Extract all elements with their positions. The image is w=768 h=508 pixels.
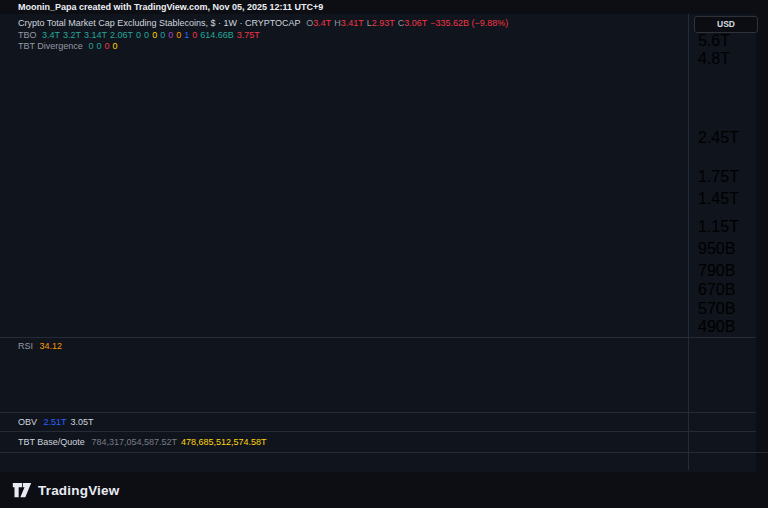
- tbo-value: 614.66B: [200, 30, 234, 40]
- ohlc-value: 3.06T: [404, 18, 427, 28]
- price-tick: 1.45T: [698, 190, 739, 208]
- tbo-value: 0: [152, 30, 157, 40]
- pane-separator-tbt[interactable]: [0, 431, 756, 432]
- price-tick: 570B: [698, 300, 735, 318]
- ohlc-value: 2.93T: [372, 18, 395, 28]
- tbo-value: 0: [144, 30, 149, 40]
- rsi-label: RSI: [18, 341, 33, 351]
- tbo-values: 3.4T3.2T3.14T2.06T00000010614.66B3.75T: [42, 30, 263, 40]
- footer-bar: TradingView: [0, 472, 768, 508]
- tbt-base-quote-label: TBT Base/Quote: [18, 437, 85, 447]
- tbo-value: 3.2T: [63, 30, 81, 40]
- price-tick: 2.45T: [698, 129, 739, 147]
- price-tick: 950B: [698, 240, 735, 258]
- pane-separator-rsi[interactable]: [0, 337, 756, 338]
- tbt-divergence-value: 0: [112, 41, 117, 51]
- ohlc-value: 3.41T: [341, 18, 364, 28]
- obv-value: 2.51T: [44, 417, 67, 427]
- tbt-base-quote-value: 478,685,512,574.58T: [181, 437, 267, 447]
- tbo-legend[interactable]: TBO 3.4T3.2T3.14T2.06T00000010614.66B3.7…: [18, 30, 266, 40]
- tbt-divergence-value: 0: [88, 41, 93, 51]
- obv-values: 2.51T3.05T: [44, 417, 98, 427]
- price-tick: 1.75T: [698, 168, 739, 186]
- ohlc-key: L: [367, 18, 372, 28]
- tbo-value: 1: [184, 30, 189, 40]
- axis-separator: [688, 14, 689, 470]
- tbt-base-quote-values: 784,317,054,587.52T478,685,512,574.58T: [91, 437, 270, 447]
- price-tick: 4.8T: [698, 50, 730, 68]
- obv-value: 3.05T: [71, 417, 94, 427]
- tbt-divergence-legend[interactable]: TBT Divergence 0000: [18, 41, 123, 51]
- tbo-value: 3.4T: [42, 30, 60, 40]
- currency-button[interactable]: USD: [694, 16, 758, 33]
- tbt-divergence-value: 0: [104, 41, 109, 51]
- ohlc-value: −335.62B (−9.88%): [430, 18, 508, 28]
- tbo-value: 2.06T: [110, 30, 133, 40]
- obv-label: OBV: [18, 417, 37, 427]
- time-axis-separator: [0, 452, 768, 453]
- watermark-bar: Moonin_Papa created with TradingView.com…: [0, 0, 768, 14]
- tradingview-window: Moonin_Papa created with TradingView.com…: [0, 0, 768, 508]
- symbol-legend[interactable]: Crypto Total Market Cap Excluding Stable…: [18, 18, 514, 28]
- ohlc-value: 3.4T: [313, 18, 331, 28]
- tbo-value: 0: [168, 30, 173, 40]
- ohlc-values: O3.4TH3.41TL2.93TC3.06T−335.62B (−9.88%): [306, 18, 511, 28]
- rsi-legend[interactable]: RSI 34.12: [18, 341, 66, 351]
- tradingview-logo-text: TradingView: [38, 483, 119, 498]
- tbo-value: 3.75T: [237, 30, 260, 40]
- rsi-value: 34.12: [40, 341, 63, 351]
- tbt-divergence-value: 0: [96, 41, 101, 51]
- right-margin: [756, 0, 768, 508]
- tradingview-logo-icon: [12, 482, 32, 499]
- tbt-base-quote-legend[interactable]: TBT Base/Quote 784,317,054,587.52T478,68…: [18, 437, 275, 447]
- price-tick: 490B: [698, 318, 735, 336]
- price-tick: 790B: [698, 262, 735, 280]
- tbo-value: 0: [176, 30, 181, 40]
- tbo-value: 0: [136, 30, 141, 40]
- tbo-value: 0: [192, 30, 197, 40]
- obv-legend[interactable]: OBV 2.51T3.05T: [18, 417, 102, 427]
- tradingview-logo[interactable]: TradingView: [12, 482, 119, 499]
- tbt-base-quote-value: 784,317,054,587.52T: [91, 437, 177, 447]
- tbt-divergence-label: TBT Divergence: [18, 41, 83, 51]
- price-tick: 5.6T: [698, 32, 730, 50]
- price-tick: 1.15T: [698, 218, 739, 236]
- pane-separator-obv[interactable]: [0, 412, 756, 413]
- tbo-label: TBO: [18, 30, 37, 40]
- tbo-value: 0: [160, 30, 165, 40]
- tbo-value: 3.14T: [84, 30, 107, 40]
- ohlc-key: H: [334, 18, 341, 28]
- symbol-title: Crypto Total Market Cap Excluding Stable…: [18, 18, 301, 28]
- price-tick: 670B: [698, 281, 735, 299]
- tbt-divergence-values: 0000: [88, 41, 120, 51]
